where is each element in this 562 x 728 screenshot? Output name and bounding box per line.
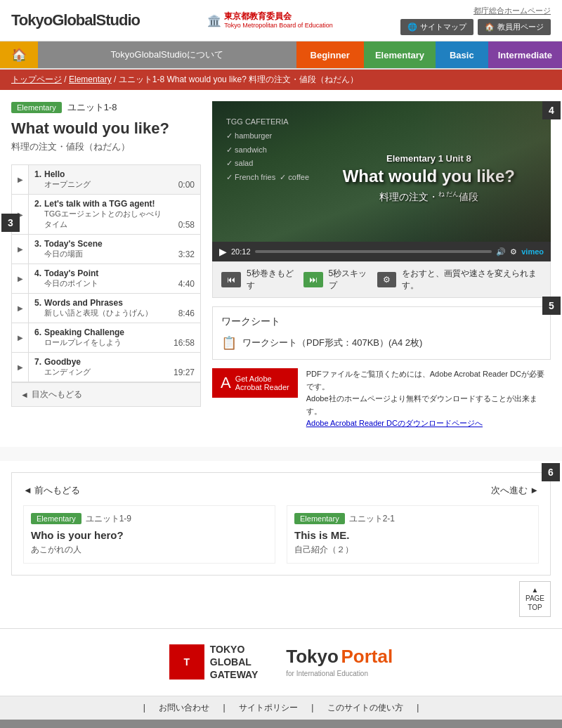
back-to-index[interactable]: ◄ 目次へもどる xyxy=(12,382,200,406)
worksheet-link[interactable]: 📋 ワークシート（PDF形式：407KB）(A4 2枚) xyxy=(221,335,542,351)
main-content: 3 Elementary ユニット1-8 What would you like… xyxy=(0,90,562,447)
page-top-label: PAGETOP xyxy=(525,594,544,612)
skip-button[interactable]: ⏭ xyxy=(303,272,323,287)
playlist-item-content-2: 2. Let's talk with a TGG agent! TGGエージェン… xyxy=(29,195,173,234)
gear-icon[interactable]: ⚙ xyxy=(510,247,517,256)
tokyo-logo: 🏛️ 東京都教育委員会 Tokyo Metropolitan Board of … xyxy=(207,11,333,29)
video-area: TGG CAFETERIA ✓ hamburger ✓ sandwich ✓ s… xyxy=(212,101,551,261)
video-scene: TGG CAFETERIA ✓ hamburger ✓ sandwich ✓ s… xyxy=(212,101,551,242)
playlist-arrow-6: ▶ xyxy=(12,323,29,352)
section-badge-5: 5 xyxy=(542,297,561,315)
play-button[interactable]: ▶ xyxy=(219,246,227,257)
logo: TokyoGlobalStudio xyxy=(11,11,140,30)
contact-link[interactable]: お問い合わせ xyxy=(159,703,209,713)
tokyo-logo-text: 東京都教育委員会 Tokyo Metropolitan Board of Edu… xyxy=(224,11,333,29)
file-icon: 📋 xyxy=(221,335,237,351)
playlist-item-content-4: 4. Today's Point 今日のポイント xyxy=(29,264,173,293)
tokyo-portal-text: Tokyo Portal for International Education xyxy=(286,646,393,678)
adobe-section: A Get Adobe Acrobat Reader PDFファイルをご覧頂くた… xyxy=(212,368,551,430)
playlist-item-4[interactable]: ▶ 4. Today's Point 今日のポイント 4:40 xyxy=(12,264,200,294)
video-time: 20:12 xyxy=(231,247,251,256)
next-button[interactable]: 次へ進む ► xyxy=(491,484,539,497)
breadcrumb: トップページ / Elementary / ユニット1-8 What would… xyxy=(0,70,562,90)
usage-link[interactable]: このサイトの使い方 xyxy=(327,703,403,713)
next-badge: Elementary xyxy=(294,513,345,524)
worksheet-box: ワークシート 📋 ワークシート（PDF形式：407KB）(A4 2枚) xyxy=(212,306,551,360)
breadcrumb-elementary[interactable]: Elementary xyxy=(69,74,112,84)
adobe-description: PDFファイルをご覧頂くためには、Adobe Acrobat Reader DC… xyxy=(306,368,551,430)
skip-icon: ⏭ xyxy=(309,275,318,285)
prev-card[interactable]: Elementary ユニット1-9 Who is your hero? あこが… xyxy=(23,505,275,564)
header-right: 都庁総合ホームページ 🌐 サイトマップ 🏠 教員用ページ xyxy=(400,6,551,35)
main-nav: 🏠 TokyoGlobalStudioについて Beginner Element… xyxy=(0,41,562,70)
left-panel: 3 Elementary ユニット1-8 What would you like… xyxy=(11,101,201,436)
settings-desc: をおすと、画質や速さを変えられます。 xyxy=(402,268,542,292)
header-center: 🏛️ 東京都教育委員会 Tokyo Metropolitan Board of … xyxy=(207,11,333,29)
sitemap-button[interactable]: 🌐 サイトマップ xyxy=(400,19,473,35)
nav-home[interactable]: 🏠 xyxy=(0,41,38,68)
nav-basic[interactable]: Basic xyxy=(436,41,488,68)
next-card-title: This is ME. xyxy=(294,529,531,541)
rewind-controls: ⏮ 5秒巻きもどす ⏭ 5秒スキップ ⚙ をおすと、画質や速さを変えられます。 xyxy=(212,261,551,298)
lesson-title: What would you like? xyxy=(11,119,201,138)
unit-badge-row: Elementary ユニット1-8 xyxy=(11,101,201,114)
navigation-section: 6 ◄ 前へもどる 次へ進む ► Elementary ユニット1-9 Who … xyxy=(0,461,562,628)
adobe-icon: A xyxy=(221,374,231,392)
playlist-item-content-5: 5. Words and Phrases 新しい語と表現（ひょうげん） xyxy=(29,294,173,323)
people-silhouette xyxy=(415,101,551,242)
playlist-item-content-1: 1. Hello オープニング xyxy=(29,165,173,194)
prev-card-badge-row: Elementary ユニット1-9 xyxy=(31,513,268,525)
section-badge-4: 4 xyxy=(542,101,561,119)
playlist-item-5[interactable]: ▶ 5. Words and Phrases 新しい語と表現（ひょうげん） 8:… xyxy=(12,294,200,323)
nav-beginner[interactable]: Beginner xyxy=(296,41,364,68)
playlist-item-content-7: 7. Goodbye エンディング xyxy=(29,353,168,382)
playlist-arrow-7: ▶ xyxy=(12,353,29,382)
playlist-item-2[interactable]: ▶ 2. Let's talk with a TGG agent! TGGエージ… xyxy=(12,195,200,235)
prefectural-link[interactable]: 都庁総合ホームページ xyxy=(473,6,551,16)
playlist-item-3[interactable]: ▶ 3. Today's Scene 今日の場面 3:32 xyxy=(12,235,200,264)
video-progress[interactable] xyxy=(255,250,492,253)
back-arrow-icon: ◄ xyxy=(20,390,29,400)
vimeo-logo: vimeo xyxy=(521,247,544,256)
adobe-button[interactable]: A Get Adobe Acrobat Reader xyxy=(212,368,298,398)
home-icon: 🏠 xyxy=(11,47,27,63)
section-badge-6: 6 xyxy=(542,463,560,481)
next-card-subtitle: 自己紹介（２） xyxy=(294,544,531,556)
tgg-logo[interactable]: T TOKYOGLOBALGATEWAY xyxy=(169,643,258,682)
next-card-unit: ユニット2-1 xyxy=(349,513,395,525)
teacher-button[interactable]: 🏠 教員用ページ xyxy=(478,19,551,35)
playlist-item-1[interactable]: ▶ 1. Hello オープニング 0:00 xyxy=(12,165,200,195)
playlist-arrow-3: ▶ xyxy=(12,235,29,264)
nav-about[interactable]: TokyoGlobalStudioについて xyxy=(38,41,296,68)
rewind-button[interactable]: ⏮ xyxy=(221,272,241,287)
prev-card-unit: ユニット1-9 xyxy=(86,513,131,525)
policy-link[interactable]: サイトポリシー xyxy=(239,703,298,713)
rewind-icon: ⏮ xyxy=(227,275,235,285)
playlist-item-6[interactable]: ▶ 6. Speaking Challenge ロールプレイをしよう 16:58 xyxy=(12,323,200,353)
worksheet-section: 5 ワークシート 📋 ワークシート（PDF形式：407KB）(A4 2枚) xyxy=(212,306,551,360)
nav-intermediate[interactable]: Intermediate xyxy=(488,41,562,68)
tgg-text: TOKYOGLOBALGATEWAY xyxy=(210,643,258,682)
prev-card-title: Who is your hero? xyxy=(31,529,268,541)
breadcrumb-top[interactable]: トップページ xyxy=(11,74,62,84)
prev-button[interactable]: ◄ 前へもどる xyxy=(23,484,80,497)
unit-label: ユニット1-8 xyxy=(67,101,117,114)
worksheet-title: ワークシート xyxy=(221,316,542,328)
volume-icon[interactable]: 🔊 xyxy=(496,247,506,256)
next-card[interactable]: Elementary ユニット2-1 This is ME. 自己紹介（２） xyxy=(287,505,539,564)
footer-bottom: 東京都教育庁指導部指導企画課：〒163-8001 東京都新宿区西新宿二丁目8番1… xyxy=(0,720,562,728)
tokyo-portal-logo[interactable]: Tokyo Portal for International Education xyxy=(286,646,393,678)
adobe-download-link[interactable]: Adobe Acrobat Reader DCのダウンロードページへ xyxy=(306,419,483,427)
settings-button[interactable]: ⚙ xyxy=(377,272,396,287)
playlist: ▶ 1. Hello オープニング 0:00 ▶ xyxy=(11,164,201,407)
playlist-item-7[interactable]: ▶ 7. Goodbye エンディング 19:27 xyxy=(12,353,200,382)
prev-next-container: 6 ◄ 前へもどる 次へ進む ► Elementary ユニット1-9 Who … xyxy=(11,472,551,576)
nav-elementary[interactable]: Elementary xyxy=(364,41,436,68)
page-top-button[interactable]: ▲ PAGETOP xyxy=(519,581,551,617)
breadcrumb-unit: ユニット1-8 What would you like? 料理の注文・値段（ねだ… xyxy=(119,74,358,84)
prev-next-header: ◄ 前へもどる 次へ進む ► xyxy=(23,484,539,497)
prev-badge: Elementary xyxy=(31,513,81,524)
prev-card-subtitle: あこがれの人 xyxy=(31,544,268,556)
person-icon: 🏠 xyxy=(485,22,495,32)
footer-logos: T TOKYOGLOBALGATEWAY Tokyo Portal for In… xyxy=(0,628,562,696)
